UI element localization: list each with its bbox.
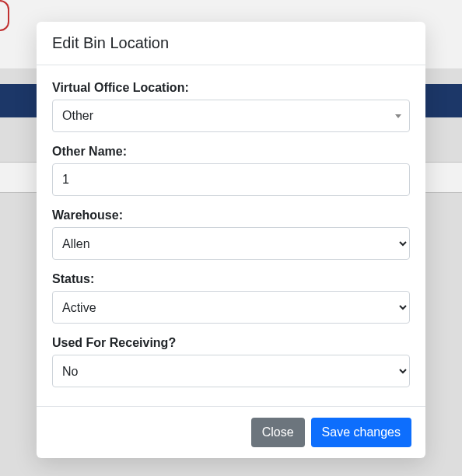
select-virtual-office-value: Other (62, 107, 93, 125)
select-virtual-office[interactable]: Other (52, 100, 410, 132)
modal-footer: Close Save changes (37, 406, 425, 458)
label-status: Status: (52, 272, 410, 286)
modal-title: Edit Bin Location (52, 34, 410, 52)
close-button[interactable]: Close (251, 418, 305, 447)
label-warehouse: Warehouse: (52, 208, 410, 222)
label-used-for-receiving: Used For Receiving? (52, 336, 410, 350)
field-warehouse: Warehouse: Allen (52, 208, 410, 260)
save-changes-button[interactable]: Save changes (311, 418, 411, 447)
select-used-for-receiving[interactable]: No (52, 355, 410, 387)
field-other-name: Other Name: (52, 145, 410, 196)
modal-header: Edit Bin Location (37, 22, 425, 65)
edit-bin-location-modal: Edit Bin Location Virtual Office Locatio… (37, 22, 425, 458)
input-other-name[interactable] (52, 163, 410, 196)
label-other-name: Other Name: (52, 145, 410, 159)
field-used-for-receiving: Used For Receiving? No (52, 336, 410, 387)
field-status: Status: Active (52, 272, 410, 324)
select-warehouse[interactable]: Allen (52, 227, 410, 260)
caret-down-icon (395, 114, 401, 118)
select-status[interactable]: Active (52, 291, 410, 324)
modal-body: Virtual Office Location: Other Other Nam… (37, 65, 425, 406)
field-virtual-office: Virtual Office Location: Other (52, 81, 410, 132)
label-virtual-office: Virtual Office Location: (52, 81, 410, 95)
